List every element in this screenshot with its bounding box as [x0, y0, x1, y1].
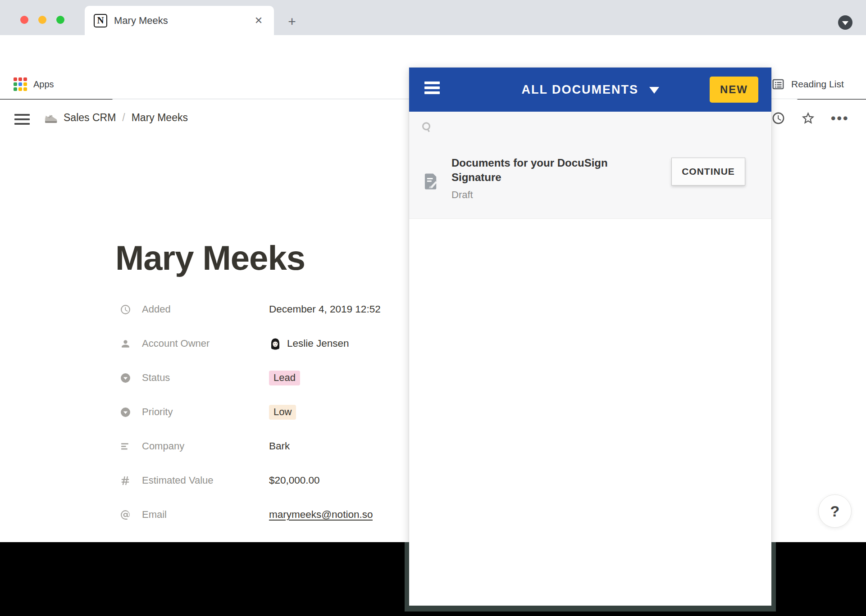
clock-icon	[120, 304, 131, 315]
document-list-item[interactable]: Documents for your DocuSign Signature Dr…	[409, 143, 771, 219]
screenshot-root: N Mary Meeks ✕ + notion.so/camacme/Mary-…	[0, 0, 866, 616]
tab-close-icon[interactable]: ✕	[251, 13, 267, 29]
window-minimize-button[interactable]	[38, 16, 46, 24]
more-options-icon[interactable]: •••	[831, 112, 849, 125]
breadcrumb-workspace[interactable]: Sales CRM	[64, 112, 116, 124]
property-row-company[interactable]: Company Bark	[120, 429, 409, 463]
select-icon	[120, 407, 131, 418]
apps-label: Apps	[33, 79, 54, 90]
tab-search-button[interactable]	[838, 15, 852, 30]
property-label: Company	[142, 440, 184, 452]
hash-icon	[120, 475, 131, 486]
panel-frame-left	[405, 542, 409, 611]
property-label: Estimated Value	[142, 475, 214, 486]
browser-tab[interactable]: N Mary Meeks ✕	[85, 6, 274, 35]
updates-clock-icon[interactable]	[771, 111, 785, 125]
property-row-priority[interactable]: Priority Low	[120, 395, 409, 429]
email-link[interactable]: marymeeks@notion.so	[269, 509, 373, 521]
property-row-email[interactable]: Email marymeeks@notion.so	[120, 498, 409, 532]
document-status: Draft	[451, 189, 473, 201]
search-icon	[420, 120, 434, 135]
new-tab-button[interactable]: +	[284, 14, 300, 30]
docusign-menu-icon[interactable]	[424, 82, 440, 98]
tab-title: Mary Meeks	[114, 15, 251, 27]
priority-tag: Low	[269, 405, 296, 420]
property-label: Email	[142, 509, 167, 521]
new-document-button[interactable]: NEW	[710, 77, 758, 103]
notion-toolbar-actions: •••	[771, 111, 861, 126]
property-value-estimated: $20,000.00	[269, 475, 320, 486]
favorite-star-icon[interactable]	[801, 111, 816, 126]
status-tag: Lead	[269, 371, 300, 385]
sidebar-menu-button[interactable]	[14, 114, 30, 126]
window-zoom-button[interactable]	[56, 16, 64, 24]
help-button[interactable]: ?	[818, 494, 852, 528]
continue-button[interactable]: CONTINUE	[671, 158, 745, 186]
property-row-status[interactable]: Status Lead	[120, 361, 409, 395]
documents-dropdown-label: ALL DOCUMENTS	[521, 83, 638, 96]
reading-list-icon	[771, 77, 785, 91]
apps-shortcut[interactable]: Apps	[14, 77, 54, 91]
caret-down-icon	[649, 87, 659, 94]
sneaker-emoji-icon	[43, 109, 59, 126]
window-close-button[interactable]	[20, 16, 28, 24]
property-value-company: Bark	[269, 440, 290, 452]
reading-list-button[interactable]: Reading List	[771, 77, 844, 91]
apps-grid-icon	[14, 77, 27, 91]
property-value-added: December 4, 2019 12:52	[269, 303, 381, 315]
notion-favicon-icon: N	[94, 14, 107, 27]
property-row-estimated-value[interactable]: Estimated Value $20,000.00	[120, 463, 409, 498]
browser-toolbar: notion.so/camacme/Mary-Meeks-2219a2de94f…	[0, 35, 866, 72]
document-edit-icon	[424, 173, 439, 190]
panel-frame-bottom	[405, 606, 776, 611]
panel-frame-right	[771, 542, 776, 611]
docusign-panel: ALL DOCUMENTS NEW Documents for your Doc…	[409, 68, 771, 606]
page-title: Mary Meeks	[115, 238, 305, 277]
person-icon	[120, 338, 131, 349]
chevron-down-icon	[842, 21, 848, 25]
reading-list-label: Reading List	[791, 79, 844, 90]
property-row-added[interactable]: Added December 4, 2019 12:52	[120, 292, 409, 326]
breadcrumb-page[interactable]: Mary Meeks	[132, 112, 188, 124]
property-label: Priority	[142, 406, 173, 418]
property-label: Account Owner	[142, 338, 210, 349]
at-icon	[120, 509, 131, 521]
select-icon	[120, 372, 131, 384]
docusign-header: ALL DOCUMENTS NEW	[409, 68, 771, 112]
properties-list: Added December 4, 2019 12:52 Account Own…	[120, 292, 409, 532]
property-value-account-owner: Leslie Jensen	[287, 338, 349, 349]
tab-strip: N Mary Meeks ✕ +	[0, 0, 866, 35]
document-search-bar[interactable]	[409, 112, 771, 143]
property-label: Added	[142, 303, 171, 315]
property-row-account-owner[interactable]: Account Owner Leslie Jensen	[120, 326, 409, 361]
owner-avatar	[269, 337, 282, 350]
property-label: Status	[142, 372, 170, 384]
breadcrumb-separator: /	[120, 112, 127, 124]
breadcrumb: Sales CRM / Mary Meeks	[43, 109, 188, 126]
text-icon	[120, 441, 131, 452]
document-title: Documents for your DocuSign Signature	[451, 156, 641, 185]
